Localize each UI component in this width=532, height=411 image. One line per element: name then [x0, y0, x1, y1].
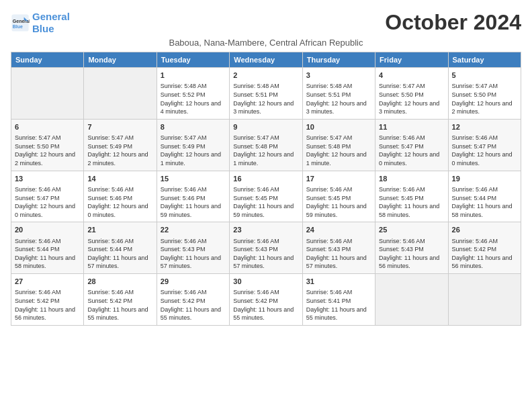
- day-info: Sunrise: 5:46 AM Sunset: 5:43 PM Dayligh…: [306, 237, 371, 271]
- day-info: Sunrise: 5:46 AM Sunset: 5:45 PM Dayligh…: [306, 185, 371, 219]
- day-info: Sunrise: 5:47 AM Sunset: 5:49 PM Dayligh…: [87, 134, 152, 167]
- calendar-table: SundayMondayTuesdayWednesdayThursdayFrid…: [11, 52, 521, 326]
- day-info: Sunrise: 5:46 AM Sunset: 5:46 PM Dayligh…: [87, 185, 152, 219]
- day-info: Sunrise: 5:47 AM Sunset: 5:49 PM Dayligh…: [161, 134, 226, 167]
- day-info: Sunrise: 5:48 AM Sunset: 5:51 PM Dayligh…: [306, 82, 371, 116]
- calendar-cell: 16Sunrise: 5:46 AM Sunset: 5:45 PM Dayli…: [230, 171, 302, 222]
- day-number: 11: [379, 122, 444, 132]
- day-info: Sunrise: 5:46 AM Sunset: 5:42 PM Dayligh…: [87, 288, 152, 322]
- calendar-cell: 25Sunrise: 5:46 AM Sunset: 5:43 PM Dayli…: [375, 222, 448, 274]
- day-info: Sunrise: 5:46 AM Sunset: 5:43 PM Dayligh…: [161, 237, 226, 271]
- day-number: 1: [161, 71, 226, 81]
- day-number: 8: [161, 122, 226, 132]
- day-number: 18: [379, 174, 444, 184]
- column-header-sunday: Sunday: [11, 52, 84, 68]
- day-number: 29: [161, 277, 226, 287]
- calendar-cell: 18Sunrise: 5:46 AM Sunset: 5:45 PM Dayli…: [375, 171, 448, 222]
- column-header-friday: Friday: [375, 52, 448, 68]
- day-info: Sunrise: 5:46 AM Sunset: 5:43 PM Dayligh…: [233, 237, 298, 271]
- day-number: 22: [161, 225, 226, 235]
- day-info: Sunrise: 5:46 AM Sunset: 5:42 PM Dayligh…: [161, 288, 226, 322]
- calendar-cell: 17Sunrise: 5:46 AM Sunset: 5:45 PM Dayli…: [302, 171, 375, 222]
- calendar-cell: 15Sunrise: 5:46 AM Sunset: 5:46 PM Dayli…: [157, 171, 229, 222]
- day-number: 2: [233, 71, 298, 81]
- logo-text: General Blue: [32, 11, 70, 35]
- calendar-week-row: 27Sunrise: 5:46 AM Sunset: 5:42 PM Dayli…: [11, 274, 521, 326]
- day-number: 26: [452, 225, 517, 235]
- day-number: 24: [306, 225, 371, 235]
- column-header-wednesday: Wednesday: [230, 52, 302, 68]
- day-number: 13: [15, 174, 80, 184]
- day-info: Sunrise: 5:47 AM Sunset: 5:48 PM Dayligh…: [233, 134, 298, 167]
- day-info: Sunrise: 5:48 AM Sunset: 5:52 PM Dayligh…: [161, 82, 226, 116]
- calendar-cell: 19Sunrise: 5:46 AM Sunset: 5:44 PM Dayli…: [448, 171, 521, 222]
- day-number: 31: [306, 277, 371, 287]
- calendar-cell: 13Sunrise: 5:46 AM Sunset: 5:47 PM Dayli…: [11, 171, 84, 222]
- column-header-monday: Monday: [84, 52, 157, 68]
- day-info: Sunrise: 5:46 AM Sunset: 5:43 PM Dayligh…: [379, 237, 444, 271]
- calendar-cell: 24Sunrise: 5:46 AM Sunset: 5:43 PM Dayli…: [302, 222, 375, 274]
- calendar-cell: 26Sunrise: 5:46 AM Sunset: 5:42 PM Dayli…: [448, 222, 521, 274]
- calendar-cell: [84, 68, 157, 120]
- day-number: 14: [87, 174, 152, 184]
- calendar-cell: 23Sunrise: 5:46 AM Sunset: 5:43 PM Dayli…: [230, 222, 302, 274]
- calendar-cell: 22Sunrise: 5:46 AM Sunset: 5:43 PM Dayli…: [157, 222, 229, 274]
- page-header: General Blue General Blue October 2024: [11, 11, 521, 35]
- day-number: 28: [87, 277, 152, 287]
- logo: General Blue General Blue: [11, 11, 70, 35]
- day-number: 4: [379, 71, 444, 81]
- day-info: Sunrise: 5:46 AM Sunset: 5:47 PM Dayligh…: [15, 185, 80, 219]
- day-number: 16: [233, 174, 298, 184]
- logo-icon: General Blue: [11, 13, 30, 32]
- calendar-cell: 20Sunrise: 5:46 AM Sunset: 5:44 PM Dayli…: [11, 222, 84, 274]
- day-info: Sunrise: 5:46 AM Sunset: 5:46 PM Dayligh…: [161, 185, 226, 219]
- title-block: October 2024: [385, 11, 521, 34]
- calendar-cell: 31Sunrise: 5:46 AM Sunset: 5:41 PM Dayli…: [302, 274, 375, 326]
- calendar-header-row: SundayMondayTuesdayWednesdayThursdayFrid…: [11, 52, 521, 68]
- day-info: Sunrise: 5:48 AM Sunset: 5:51 PM Dayligh…: [233, 82, 298, 116]
- day-info: Sunrise: 5:46 AM Sunset: 5:41 PM Dayligh…: [306, 288, 371, 322]
- calendar-cell: 7Sunrise: 5:47 AM Sunset: 5:49 PM Daylig…: [84, 119, 157, 171]
- day-info: Sunrise: 5:46 AM Sunset: 5:47 PM Dayligh…: [379, 134, 444, 167]
- day-number: 3: [306, 71, 371, 81]
- day-number: 12: [452, 122, 517, 132]
- day-number: 20: [15, 225, 80, 235]
- calendar-cell: [11, 68, 84, 120]
- day-info: Sunrise: 5:47 AM Sunset: 5:50 PM Dayligh…: [452, 82, 517, 116]
- day-number: 9: [233, 122, 298, 132]
- svg-text:Blue: Blue: [13, 24, 23, 29]
- calendar-cell: 21Sunrise: 5:46 AM Sunset: 5:44 PM Dayli…: [84, 222, 157, 274]
- day-number: 25: [379, 225, 444, 235]
- calendar-cell: 28Sunrise: 5:46 AM Sunset: 5:42 PM Dayli…: [84, 274, 157, 326]
- day-number: 15: [161, 174, 226, 184]
- day-number: 6: [15, 122, 80, 132]
- day-info: Sunrise: 5:46 AM Sunset: 5:45 PM Dayligh…: [379, 185, 444, 219]
- calendar-cell: 10Sunrise: 5:47 AM Sunset: 5:48 PM Dayli…: [302, 119, 375, 171]
- day-info: Sunrise: 5:46 AM Sunset: 5:42 PM Dayligh…: [233, 288, 298, 322]
- calendar-cell: [375, 274, 448, 326]
- calendar-cell: 12Sunrise: 5:46 AM Sunset: 5:47 PM Dayli…: [448, 119, 521, 171]
- calendar-cell: 11Sunrise: 5:46 AM Sunset: 5:47 PM Dayli…: [375, 119, 448, 171]
- day-info: Sunrise: 5:46 AM Sunset: 5:42 PM Dayligh…: [452, 237, 517, 271]
- location-subtitle: Baboua, Nana-Mambere, Central African Re…: [11, 38, 521, 48]
- day-info: Sunrise: 5:46 AM Sunset: 5:44 PM Dayligh…: [87, 237, 152, 271]
- calendar-cell: 1Sunrise: 5:48 AM Sunset: 5:52 PM Daylig…: [157, 68, 229, 120]
- calendar-cell: 6Sunrise: 5:47 AM Sunset: 5:50 PM Daylig…: [11, 119, 84, 171]
- day-number: 21: [87, 225, 152, 235]
- day-info: Sunrise: 5:46 AM Sunset: 5:42 PM Dayligh…: [15, 288, 80, 322]
- day-info: Sunrise: 5:47 AM Sunset: 5:50 PM Dayligh…: [379, 82, 444, 116]
- calendar-cell: 4Sunrise: 5:47 AM Sunset: 5:50 PM Daylig…: [375, 68, 448, 120]
- calendar-week-row: 20Sunrise: 5:46 AM Sunset: 5:44 PM Dayli…: [11, 222, 521, 274]
- calendar-cell: 29Sunrise: 5:46 AM Sunset: 5:42 PM Dayli…: [157, 274, 229, 326]
- column-header-saturday: Saturday: [448, 52, 521, 68]
- calendar-cell: 27Sunrise: 5:46 AM Sunset: 5:42 PM Dayli…: [11, 274, 84, 326]
- calendar-cell: [448, 274, 521, 326]
- day-number: 19: [452, 174, 517, 184]
- day-number: 23: [233, 225, 298, 235]
- day-number: 5: [452, 71, 517, 81]
- calendar-cell: 30Sunrise: 5:46 AM Sunset: 5:42 PM Dayli…: [230, 274, 302, 326]
- day-info: Sunrise: 5:47 AM Sunset: 5:50 PM Dayligh…: [15, 134, 80, 167]
- calendar-cell: 8Sunrise: 5:47 AM Sunset: 5:49 PM Daylig…: [157, 119, 229, 171]
- calendar-cell: 2Sunrise: 5:48 AM Sunset: 5:51 PM Daylig…: [230, 68, 302, 120]
- calendar-cell: 14Sunrise: 5:46 AM Sunset: 5:46 PM Dayli…: [84, 171, 157, 222]
